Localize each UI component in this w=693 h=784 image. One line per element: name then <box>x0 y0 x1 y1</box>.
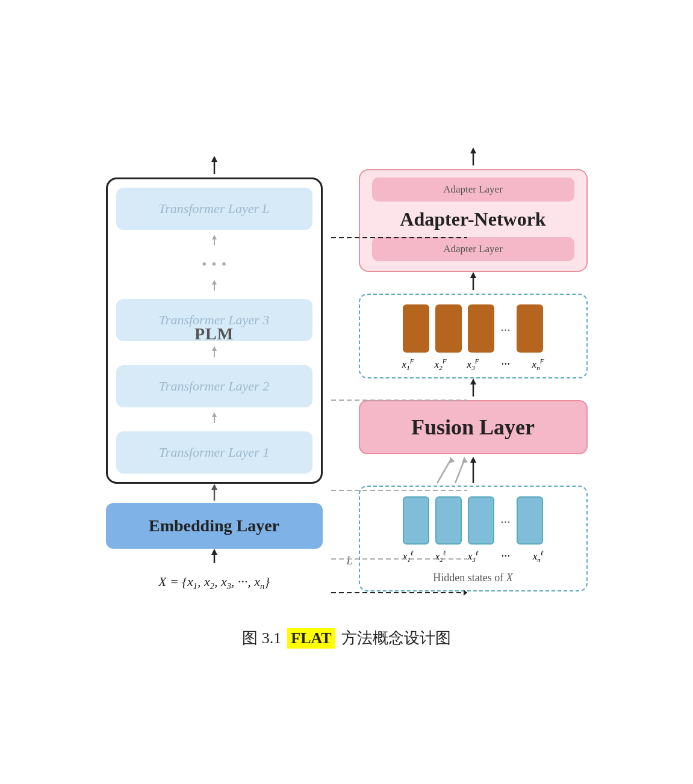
bar-brown-1 <box>403 304 429 353</box>
bar-brown-n <box>517 304 543 353</box>
fusion-layer-box: Fusion Layer <box>359 400 588 454</box>
bar-dots-blue: ··· <box>500 514 511 545</box>
svg-marker-9 <box>212 412 217 417</box>
transformer-layer-1: Transformer Layer 1 <box>116 431 312 474</box>
transformer-layer-L: Transformer Layer L <box>116 188 312 230</box>
bar-blue-n <box>517 496 543 545</box>
right-section: Adapter Layer Adapter-Network Adapter La… <box>359 147 588 591</box>
arrow-features-to-adapter <box>467 272 480 294</box>
arrow-up-3toL <box>116 235 312 249</box>
caption-prefix: 图 3.1 <box>242 628 281 649</box>
adapter-network-title: Adapter-Network <box>400 209 545 230</box>
hidden-states-box: L ··· x1ℓ x2ℓ x3ℓ ··· xnℓ Hidden states … <box>359 486 588 591</box>
caption: 图 3.1 FLAT 方法概念设计图 <box>242 628 450 649</box>
svg-marker-19 <box>470 378 476 384</box>
feature-labels-row: x1F x2F x3F ··· xnF <box>395 357 552 371</box>
bar-blue-3 <box>468 496 494 545</box>
svg-marker-15 <box>470 147 476 153</box>
plm-section: PLM Transformer Layer L • • • <box>106 156 323 591</box>
hidden-states-label: Hidden states of X <box>433 572 512 584</box>
adapter-layer-top: Adapter Layer <box>372 177 574 202</box>
arrow-up-2to3 <box>116 346 312 360</box>
svg-marker-17 <box>470 272 476 278</box>
arrows-hidden-to-fusion <box>359 454 588 486</box>
svg-marker-25 <box>470 457 476 463</box>
bar-blue-1 <box>403 496 429 545</box>
embedding-layer: Embedding Layer <box>106 503 323 549</box>
svg-line-22 <box>455 460 464 483</box>
adapter-network-box: Adapter Layer Adapter-Network Adapter La… <box>359 169 588 272</box>
arrow-to-adapter <box>467 147 480 169</box>
bar-blue-2 <box>435 496 462 545</box>
bar-brown-2 <box>435 304 462 353</box>
l-label: L <box>347 555 353 567</box>
adapter-layer-bottom: Adapter Layer <box>372 237 574 261</box>
arrow-embed-to-plm <box>208 484 221 503</box>
caption-suffix: 方法概念设计图 <box>341 628 451 649</box>
svg-line-20 <box>437 460 450 483</box>
formula: X = {x1, x2, x3, ···, xn} <box>158 574 270 591</box>
svg-marker-5 <box>212 280 217 285</box>
svg-marker-13 <box>211 549 217 555</box>
svg-marker-11 <box>211 484 217 490</box>
svg-marker-1 <box>211 156 217 162</box>
transformer-layer-2: Transformer Layer 2 <box>116 365 312 407</box>
svg-marker-7 <box>212 346 217 351</box>
blue-bars-row: ··· <box>403 496 543 545</box>
brown-bars-row: ··· <box>403 304 543 353</box>
arrow-formula-to-embed <box>208 549 221 566</box>
main-diagram-wrapper: PLM Transformer Layer L • • • <box>106 135 588 603</box>
svg-marker-23 <box>461 457 468 463</box>
svg-marker-3 <box>212 235 217 239</box>
bar-dots-brown: ··· <box>500 323 511 353</box>
arrow-up-1to2 <box>116 412 312 427</box>
dots-row: • • • <box>116 254 312 275</box>
caption-highlight: FLAT <box>287 628 335 649</box>
arrow-plm-output <box>208 156 221 177</box>
arrow-up-dots <box>116 280 312 294</box>
transformer-layer-3: Transformer Layer 3 <box>116 299 312 341</box>
hidden-labels-row: x1ℓ x2ℓ x3ℓ ··· xnℓ <box>395 549 552 563</box>
plm-box: PLM Transformer Layer L • • • <box>106 177 323 484</box>
main-diagram: PLM Transformer Layer L • • • <box>106 147 588 603</box>
arrow-fusion-to-features <box>467 378 480 400</box>
bar-brown-3 <box>468 304 494 353</box>
feature-vectors-box: ··· x1F x2F x3F ··· xnF <box>359 294 588 378</box>
